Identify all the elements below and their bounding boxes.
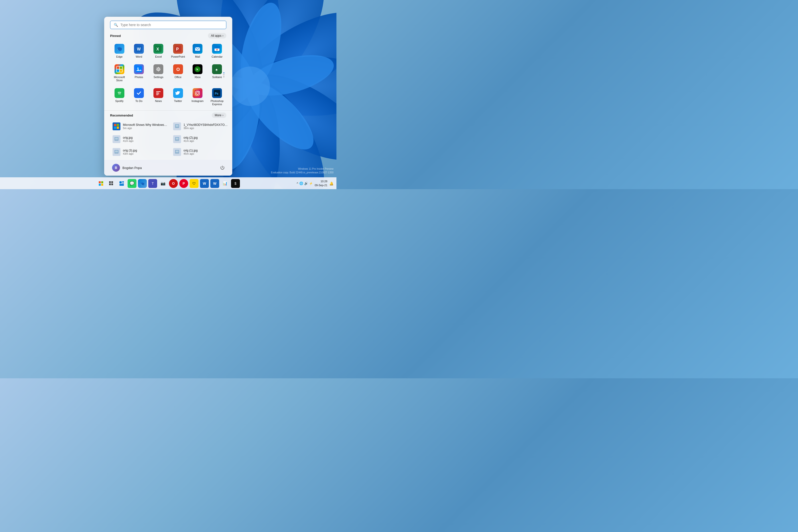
clock-time: 10:28 — [315, 179, 327, 183]
rec-item-rec-orig3[interactable]: orig (3).jpg43m ago — [110, 146, 170, 158]
photoshop-express-icon: Ps — [212, 88, 222, 98]
pinned-app-xbox[interactable]: ✕Xbox — [188, 62, 207, 84]
start-footer: B Bogdan Popa — [104, 160, 232, 176]
pinned-app-microsoft-store[interactable]: Microsoft Store — [110, 62, 129, 84]
pinned-app-photoshop-express[interactable]: PsPhotoshop Express — [208, 86, 226, 108]
pinned-app-office[interactable]: OOffice — [169, 62, 187, 84]
norton-taskbar-button[interactable]: 🛡 — [190, 179, 198, 188]
all-apps-button[interactable]: All apps › — [208, 33, 226, 38]
pinned-section: Pinned All apps › EdgeWWordXExcelPPowerP… — [104, 33, 232, 108]
svg-rect-65 — [156, 95, 158, 95]
pinned-app-settings[interactable]: Settings — [149, 62, 168, 84]
battery-icon[interactable]: ⚡ — [309, 182, 313, 185]
chevron-up-icon[interactable]: ^ — [297, 182, 298, 185]
svg-rect-92 — [99, 181, 101, 183]
start-button[interactable] — [97, 179, 106, 188]
news-icon — [153, 88, 163, 98]
svg-rect-103 — [119, 184, 124, 186]
task-view-button[interactable] — [107, 179, 116, 188]
svg-point-18 — [230, 66, 270, 106]
word2-taskbar-button[interactable]: W — [210, 179, 219, 188]
terminal-taskbar-button[interactable]: $ — [231, 179, 240, 188]
section-divider — [104, 110, 232, 111]
powerpoint-label: PowerPoint — [171, 55, 185, 58]
office-label: Office — [174, 76, 182, 79]
svg-rect-94 — [99, 184, 101, 186]
scroll-dot-3 — [223, 76, 224, 77]
pinned-app-twitter[interactable]: Twitter — [169, 86, 187, 108]
volume-icon[interactable]: 🔊 — [304, 182, 308, 185]
more-label: More — [215, 114, 222, 117]
rec-item-rec-windows11[interactable]: Microsoft Shows Why Windows 11 I...5m ag… — [110, 120, 170, 132]
pinned-app-spotify[interactable]: Spotify — [110, 86, 129, 108]
pinned-app-calendar[interactable]: 📅Calendar — [208, 41, 226, 61]
rec-orig2-time: 41m ago — [184, 139, 197, 142]
svg-rect-81 — [115, 140, 118, 141]
mail-label: Mail — [195, 55, 200, 58]
all-apps-label: All apps — [211, 34, 222, 37]
pinned-app-excel[interactable]: XExcel — [149, 41, 168, 61]
network-icon[interactable]: 🌐 — [299, 182, 303, 185]
pinned-app-edge[interactable]: Edge — [110, 41, 129, 61]
pinned-app-news[interactable]: News — [149, 86, 168, 108]
photos-icon — [134, 64, 144, 74]
svg-rect-96 — [109, 181, 111, 183]
pinned-app-word[interactable]: WWord — [130, 41, 148, 61]
notifications-button[interactable]: 🔔 — [329, 182, 334, 186]
svg-rect-87 — [115, 153, 118, 154]
svg-rect-97 — [111, 181, 113, 183]
svg-rect-85 — [176, 138, 178, 140]
opera-taskbar-button[interactable]: O — [169, 179, 178, 188]
edge-taskbar-button[interactable] — [138, 179, 147, 188]
svg-text:♠: ♠ — [215, 68, 218, 72]
svg-rect-73 — [114, 124, 116, 126]
rec-orig2-title: orig (2).jpg — [184, 136, 197, 139]
recommended-title: Recommended — [110, 114, 133, 117]
teams-taskbar-button[interactable]: T — [148, 179, 157, 188]
svg-rect-60 — [136, 90, 142, 96]
search-input[interactable] — [120, 23, 223, 27]
rec-item-rec-orig[interactable]: orig.jpg41m ago — [110, 133, 170, 145]
svg-text:W: W — [137, 47, 141, 51]
svg-text:Ps: Ps — [215, 92, 218, 95]
rec-orig3-time: 43m ago — [123, 152, 137, 155]
user-area[interactable]: B Bogdan Popa — [110, 163, 144, 173]
pinned-app-mail[interactable]: Mail — [188, 41, 207, 61]
calendar-label: Calendar — [212, 55, 223, 58]
start-menu: 🔍 Pinned All apps › EdgeWWordXExcelPPowe… — [104, 17, 232, 176]
word-taskbar-button[interactable]: W — [200, 179, 209, 188]
rec-orig3-title: orig (3).jpg — [123, 149, 137, 152]
more-button[interactable]: More › — [212, 113, 226, 118]
rec-item-rec-orig1[interactable]: orig (1).jpg45m ago — [171, 146, 230, 158]
office-icon: O — [173, 64, 183, 74]
rec-orig-title: orig.jpg — [123, 136, 133, 139]
user-name: Bogdan Popa — [122, 166, 142, 170]
search-container: 🔍 — [104, 21, 232, 29]
svg-text:X: X — [156, 47, 159, 51]
rec-item-rec-orig2[interactable]: orig (2).jpg41m ago — [171, 133, 230, 145]
taskmanager-taskbar-button[interactable]: 📊 — [221, 179, 230, 188]
sys-tray-icons: ^ 🌐 🔊 ⚡ — [297, 182, 313, 185]
todo-icon — [134, 88, 144, 98]
widgets-button[interactable] — [117, 179, 126, 188]
instagram-label: Instagram — [192, 99, 204, 103]
whatsapp-taskbar-button[interactable]: 💬 — [128, 179, 136, 188]
pinned-app-powerpoint[interactable]: PPowerPoint — [169, 41, 187, 61]
pinned-app-todo[interactable]: To Do — [130, 86, 148, 108]
pinterest-taskbar-button[interactable]: P — [179, 179, 188, 188]
rec-item-rec-jpg1[interactable]: 1_VYezI8ODYS9AhdxFDXX7OA.jpeg38m ago — [171, 120, 230, 132]
rec-orig2-icon — [173, 135, 181, 143]
settings-icon — [153, 64, 163, 74]
pinned-title: Pinned — [110, 34, 121, 38]
camera-taskbar-button[interactable]: 📷 — [158, 179, 168, 188]
rec-windows11-time: 5m ago — [123, 127, 167, 130]
search-bar[interactable]: 🔍 — [110, 21, 226, 29]
svg-rect-67 — [194, 90, 201, 96]
power-button[interactable] — [218, 164, 226, 172]
svg-rect-93 — [101, 181, 103, 183]
powerpoint-icon: P — [173, 44, 183, 54]
pinned-app-instagram[interactable]: Instagram — [188, 86, 207, 108]
spotify-label: Spotify — [115, 99, 124, 103]
pinned-app-photos[interactable]: Photos — [130, 62, 148, 84]
taskbar-clock[interactable]: 10:28 09-Sep-21 — [315, 179, 327, 187]
